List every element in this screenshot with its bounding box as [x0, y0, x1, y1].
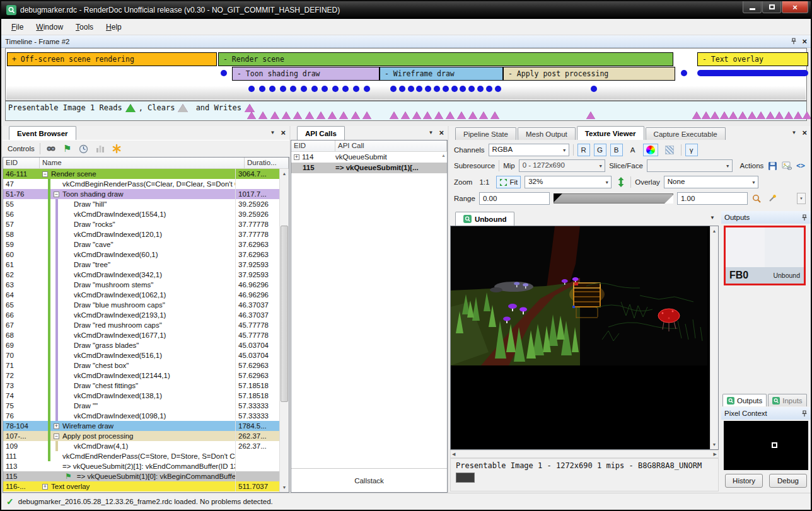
event-row-70[interactable]: 70vkCmdDrawIndexed(516,1)45.03704	[3, 350, 279, 360]
tab-pipeline-state[interactable]: Pipeline State	[455, 127, 516, 140]
event-marker-dot[interactable]	[332, 86, 339, 92]
mip-select[interactable]: 0 - 1272x690▼	[519, 159, 606, 172]
event-marker-dot[interactable]	[434, 86, 440, 92]
event-row-71[interactable]: 71Draw "chest box"57.62963	[3, 360, 279, 370]
event-row-60[interactable]: 60vkCmdDrawIndexed(60,1)37.62963	[3, 250, 279, 260]
write-marker-triangle[interactable]	[401, 112, 410, 119]
collapse-icon[interactable]: −	[42, 171, 48, 177]
api-call-row-115[interactable]: 115=> vkQueueSubmit(1)[...	[291, 163, 447, 173]
write-marker-triangle[interactable]	[738, 112, 747, 119]
bookmark-button[interactable]	[111, 143, 122, 154]
event-row-78-104[interactable]: 78-104+Wireframe draw1784.5...	[3, 421, 279, 431]
timeline-block-offscreen[interactable]: + Off-screen scene rendering	[7, 52, 217, 66]
event-row-75[interactable]: 75Draw ""57.33333	[3, 401, 279, 411]
event-marker-dot[interactable]	[425, 86, 431, 92]
event-marker-dot[interactable]	[322, 86, 328, 92]
expand-icon[interactable]: +	[42, 484, 48, 490]
write-marker-triangle[interactable]	[339, 112, 348, 119]
event-row-68[interactable]: 68vkCmdDrawIndexed(1677,1)45.77778	[3, 330, 279, 340]
tab-api-calls[interactable]: API Calls	[297, 126, 345, 140]
range-spinner[interactable]: ▼	[797, 193, 806, 204]
gamma-toggle[interactable]: γ	[685, 144, 698, 156]
event-marker-dot[interactable]	[301, 86, 307, 92]
event-row-109[interactable]: 109vkCmdDraw(4,1)262.37...	[3, 441, 279, 451]
slice-face-select[interactable]: ▼	[647, 159, 733, 172]
timeline-block-wireframe[interactable]: - Wireframe draw	[380, 67, 503, 81]
stats-button[interactable]	[95, 143, 106, 154]
event-marker-dot[interactable]	[221, 70, 227, 76]
event-marker-dot[interactable]	[290, 86, 296, 92]
write-marker-triangle[interactable]	[757, 112, 765, 119]
tab-outputs[interactable]: Outputs	[722, 394, 767, 406]
event-marker-dot[interactable]	[248, 86, 255, 92]
overlay-select[interactable]: None▼	[664, 176, 758, 188]
pin-icon[interactable]	[791, 38, 797, 45]
scroll-down-icon[interactable]: ▼	[710, 440, 718, 449]
event-row-56[interactable]: 56vkCmdDrawIndexed(1554,1)39.25926	[3, 209, 279, 219]
menu-tools[interactable]: Tools	[69, 20, 100, 34]
column-eid[interactable]: EID	[3, 158, 40, 168]
find-event-button[interactable]	[45, 143, 57, 154]
event-row-65[interactable]: 65Draw "blue mushroom caps"46.37037	[3, 300, 279, 310]
write-marker-triangle[interactable]	[794, 112, 803, 119]
timeline-block-render-scene[interactable]: - Render scene	[218, 52, 673, 66]
write-marker-triangle[interactable]	[282, 112, 291, 119]
event-marker-dot[interactable]	[591, 86, 597, 92]
event-row-55[interactable]: 55Draw "hill"39.25926	[3, 199, 279, 209]
event-row-62[interactable]: 62vkCmdDrawIndexed(342,1)37.92593	[3, 270, 279, 280]
open-texture-list-button[interactable]	[782, 160, 792, 171]
event-row-69[interactable]: 69Draw "grass blades"45.03704	[3, 340, 279, 350]
event-row-111[interactable]: 111vkCmdEndRenderPass(C=Store, D=Store, …	[3, 451, 279, 461]
scroll-down-icon[interactable]: ▼	[280, 483, 289, 492]
save-texture-button[interactable]	[767, 160, 777, 171]
write-marker-triangle[interactable]	[457, 112, 466, 119]
viewport-horizontal-scrollbar[interactable]: ◀▶	[450, 450, 719, 458]
menu-help[interactable]: Help	[100, 20, 128, 34]
event-row-61[interactable]: 61Draw "tree"37.92593	[3, 260, 279, 270]
timeline-block-toon-shading[interactable]: - Toon shading draw	[232, 67, 380, 81]
callstack-section[interactable]: Callstack	[291, 468, 447, 492]
close-panel-icon[interactable]: ×	[281, 129, 286, 137]
event-marker-dot[interactable]	[364, 86, 370, 92]
write-marker-triangle[interactable]	[390, 112, 398, 119]
pixel-context-canvas[interactable]	[724, 421, 808, 470]
scroll-right-icon[interactable]: ▶	[714, 452, 717, 457]
chevron-down-icon[interactable]: ▼	[710, 215, 715, 221]
event-marker-dot[interactable]	[477, 86, 484, 92]
event-row-57[interactable]: 57Draw "rocks"37.77778	[3, 219, 279, 229]
event-row-74[interactable]: 74vkCmdDrawIndexed(138,1)57.18518	[3, 391, 279, 401]
history-button[interactable]: History	[725, 474, 763, 488]
event-row-46-111[interactable]: 46-111−Render scene3064.7...	[3, 169, 279, 179]
event-row-73[interactable]: 73Draw "chest fittings"57.18518	[3, 381, 279, 391]
pin-icon[interactable]	[801, 410, 808, 417]
collapse-icon[interactable]: −	[54, 192, 59, 197]
channel-green-toggle[interactable]: G	[594, 144, 606, 156]
scroll-left-icon[interactable]: ◀	[452, 452, 455, 457]
scroll-up-icon[interactable]: ▲	[710, 226, 718, 236]
event-row-107-...[interactable]: 107-...−Apply post processing262.37...	[3, 431, 279, 441]
menu-file[interactable]: File	[5, 20, 30, 34]
event-marker-dot[interactable]	[443, 86, 449, 92]
write-marker-triangle[interactable]	[468, 112, 477, 119]
event-marker-dot[interactable]	[486, 86, 492, 92]
write-marker-triangle[interactable]	[362, 112, 371, 119]
tab-current-texture[interactable]: Unbound	[455, 212, 514, 226]
write-marker-triangle[interactable]	[710, 112, 719, 119]
event-marker-dot[interactable]	[451, 86, 458, 92]
event-marker-dot[interactable]	[460, 86, 466, 92]
write-marker-triangle[interactable]	[328, 112, 337, 119]
tab-event-browser[interactable]: Event Browser	[9, 126, 76, 140]
event-marker-dot[interactable]	[269, 86, 276, 92]
time-draws-button[interactable]	[78, 143, 90, 154]
zoom-range-button[interactable]	[751, 193, 763, 204]
column-eid[interactable]: EID	[291, 141, 335, 151]
close-panel-icon[interactable]: ×	[802, 129, 807, 137]
timeline-block-postprocess[interactable]: - Apply post processing	[503, 67, 675, 81]
write-marker-triangle[interactable]	[412, 112, 421, 119]
goto-resource-button[interactable]: <>	[796, 160, 806, 171]
event-marker-dot[interactable]	[468, 86, 475, 92]
event-row-47[interactable]: 47vkCmdBeginRenderPass(C=Clear, D=Clear,…	[3, 179, 279, 189]
chevron-down-icon[interactable]: ▼	[791, 130, 796, 135]
chevron-down-icon[interactable]: ▼	[270, 130, 275, 135]
write-marker-triangle[interactable]	[258, 112, 267, 119]
